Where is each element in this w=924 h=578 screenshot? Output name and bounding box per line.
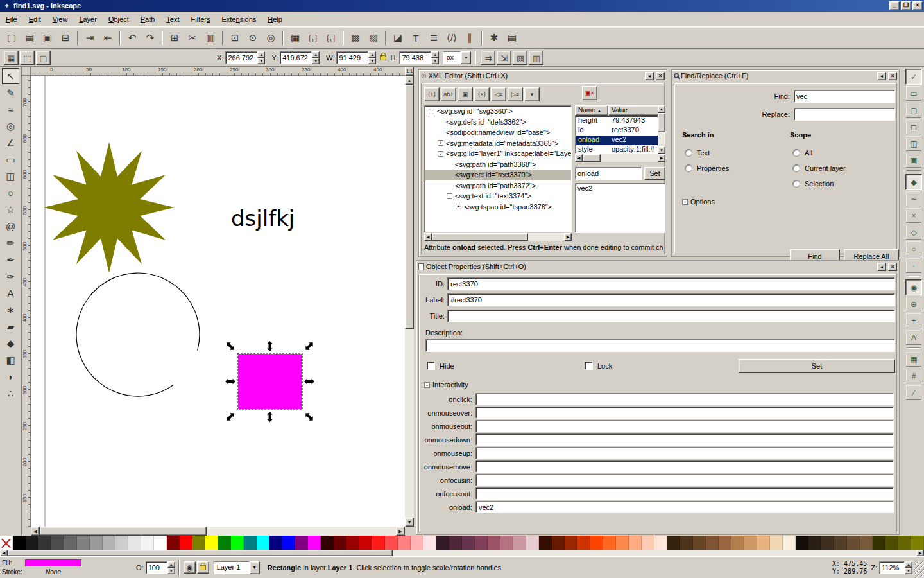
palette-swatch[interactable]	[38, 536, 51, 550]
menu-item[interactable]: Help	[262, 13, 288, 25]
title-input[interactable]	[447, 310, 895, 322]
eraser-tool[interactable]: ▰	[2, 319, 19, 335]
duplicate-button[interactable]: ▦	[287, 30, 304, 46]
xml-tree-node[interactable]: <svg:path id="path3368">	[425, 159, 571, 170]
snap-guides[interactable]: ∕	[905, 385, 922, 401]
palette-swatch[interactable]	[270, 536, 282, 550]
drawing-canvas[interactable]: dsjlfkj	[31, 76, 405, 527]
star-tool[interactable]: ☆	[2, 202, 19, 218]
snap-bbox-centers[interactable]: ▣	[905, 152, 922, 168]
lock-checkbox[interactable]: Lock	[585, 362, 612, 370]
event-input[interactable]	[475, 393, 894, 405]
xml-tree-node[interactable]: <svg:rect id="rect3370">	[425, 170, 571, 180]
menu-item[interactable]: View	[47, 13, 74, 25]
node-menu-button[interactable]: ▾	[524, 87, 540, 101]
tree-expander-icon[interactable]: -	[438, 151, 443, 157]
palette-swatch[interactable]	[552, 536, 565, 550]
find-input[interactable]	[794, 90, 895, 103]
panel-float-button[interactable]: ◂	[877, 263, 886, 271]
transform-stroke-toggle[interactable]: ⇉	[481, 51, 495, 65]
node-tool[interactable]: ✎	[2, 85, 19, 101]
palette-swatch[interactable]	[244, 536, 257, 550]
palette-scroll-thumb[interactable]	[8, 550, 393, 556]
command-button[interactable]	[343, 30, 344, 46]
event-input[interactable]	[475, 460, 894, 473]
attribute-name-input[interactable]	[575, 167, 642, 180]
save-document-button[interactable]: ▣	[39, 30, 56, 46]
horizontal-ruler[interactable]: 050100150200250300350400450	[31, 67, 405, 76]
selection-handle[interactable]	[225, 379, 235, 385]
layers-dialog-button[interactable]: ≣	[425, 30, 442, 46]
panel-float-button[interactable]: ◂	[645, 72, 654, 80]
rectangle-tool[interactable]: ▭	[2, 152, 19, 168]
zoom-tool[interactable]: ◎	[2, 118, 19, 134]
palette-swatch[interactable]	[732, 536, 744, 550]
menu-item[interactable]: Object	[103, 13, 135, 25]
palette-swatch[interactable]	[205, 536, 218, 550]
open-document-button[interactable]: ▤	[21, 30, 38, 46]
x-spin-up[interactable]: ▲	[257, 51, 265, 58]
command-button[interactable]	[282, 30, 284, 46]
menu-item[interactable]: File	[0, 13, 23, 25]
palette-swatch[interactable]	[231, 536, 244, 550]
attribute-row[interactable]: idrect3370	[576, 126, 665, 136]
undo-button[interactable]: ↶	[124, 30, 141, 46]
menu-item[interactable]: Edit	[23, 13, 47, 25]
search-in-radio[interactable]: Properties	[685, 161, 729, 176]
palette-swatch[interactable]	[501, 536, 513, 550]
command-button[interactable]	[481, 30, 483, 46]
y-spin-up[interactable]: ▲	[312, 51, 320, 58]
tree-expander-icon[interactable]: -	[429, 109, 434, 114]
cut-button[interactable]: ✂	[184, 30, 201, 46]
preferences-button[interactable]: ✱	[486, 30, 502, 46]
y-spin-down[interactable]: ▼	[312, 58, 320, 64]
event-input[interactable]	[475, 407, 894, 419]
snap-toggle[interactable]: ✓	[905, 69, 922, 85]
fill-swatch[interactable]	[25, 559, 81, 566]
event-input[interactable]	[475, 501, 894, 513]
layer-visibility-icon[interactable]: ◉	[184, 561, 196, 574]
palette-swatch[interactable]	[346, 536, 359, 550]
document-properties-button[interactable]: ▤	[504, 30, 520, 46]
snap-midpoints[interactable]: ∙	[905, 258, 922, 274]
command-button[interactable]	[119, 30, 121, 46]
zoom-input[interactable]	[879, 561, 905, 574]
snap-grid[interactable]: #	[905, 368, 922, 384]
palette-swatch[interactable]	[847, 536, 860, 550]
palette-swatch[interactable]	[295, 536, 308, 550]
palette-swatch[interactable]	[616, 536, 629, 550]
fill-stroke-dialog-button[interactable]: ◪	[389, 30, 406, 46]
xml-tree-node[interactable]: <svg:path id="path3372">	[425, 180, 571, 191]
vertical-scrollbar[interactable]: ▲ ▼	[405, 76, 414, 527]
transform-gradient-toggle[interactable]: ▧	[513, 51, 527, 65]
attr-hscrollbar[interactable]: ◀▶	[575, 154, 665, 162]
palette-swatch[interactable]	[257, 536, 270, 550]
palette-swatch[interactable]	[757, 536, 770, 550]
palette-swatch[interactable]	[462, 536, 475, 550]
copy-button[interactable]: ⊞	[166, 30, 183, 46]
snap-bbox-edges[interactable]: ▢	[905, 102, 922, 118]
snap-bbox-corners[interactable]: ◻	[905, 119, 922, 135]
palette-swatch[interactable]	[783, 536, 796, 550]
bucket-tool[interactable]: ◆	[2, 335, 19, 351]
palette-swatch[interactable]	[103, 536, 116, 550]
text-tool[interactable]: A	[2, 285, 19, 301]
palette-swatch[interactable]	[821, 536, 834, 550]
scroll-right-arrow[interactable]: ▶	[396, 527, 405, 536]
palette-swatch[interactable]	[424, 536, 436, 550]
hide-checkbox[interactable]: Hide	[427, 362, 454, 370]
pen-tool[interactable]: ✒	[2, 252, 19, 268]
indent-node-button[interactable]: ▷≡	[508, 87, 523, 101]
w-spin-down[interactable]: ▼	[368, 58, 376, 64]
tree-expander-icon[interactable]: +	[438, 140, 443, 146]
circle-arc-shape[interactable]	[76, 273, 200, 396]
dropper-tool[interactable]: ◗	[2, 369, 19, 385]
spray-tool[interactable]: ∗	[2, 302, 19, 318]
gradient-tool[interactable]: ◧	[2, 352, 19, 368]
zoom-drawing-button[interactable]: ⊙	[244, 30, 261, 46]
attr-vscrollbar[interactable]: ▲ ▼	[658, 105, 665, 154]
unit-dropdown[interactable]: px▼	[443, 51, 471, 64]
zoom-page-button[interactable]: ◎	[262, 30, 279, 46]
import-button[interactable]: ⇥	[81, 30, 98, 46]
zoom-1-1-button[interactable]: 1:1	[405, 67, 414, 76]
